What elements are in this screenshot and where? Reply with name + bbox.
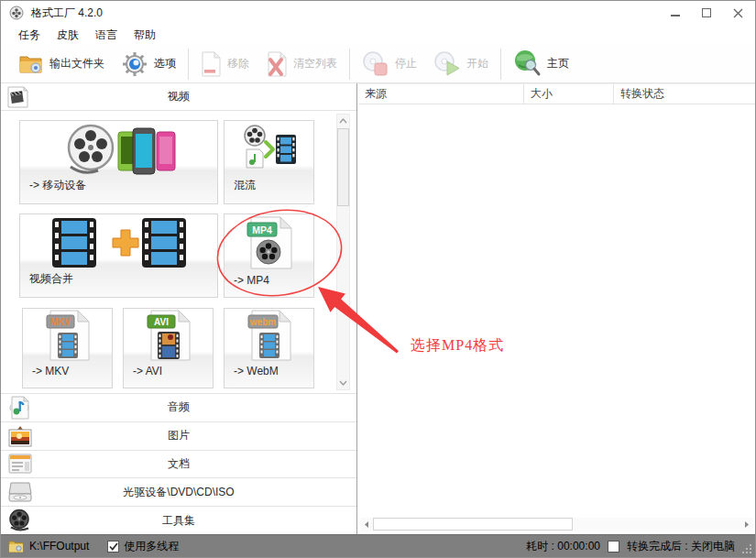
- category-document[interactable]: 文档: [1, 450, 356, 478]
- card-video-merge[interactable]: 视频合并: [19, 213, 218, 298]
- multithread-option[interactable]: 使用多线程: [107, 539, 179, 554]
- task-list-header: 来源 大小 转换状态: [358, 83, 755, 104]
- video-section-header[interactable]: 视频: [1, 83, 356, 111]
- stop-button[interactable]: 停止: [354, 48, 425, 81]
- card-avi-label: -> AVI: [133, 365, 162, 377]
- mkv-file-icon: MKV: [23, 309, 112, 362]
- menu-bar: 任务 皮肤 语言 帮助: [1, 25, 755, 45]
- home-globe-icon: [513, 49, 542, 78]
- output-path-button[interactable]: K:\FFOutput: [8, 540, 89, 553]
- clear-list-button[interactable]: 清空列表: [257, 48, 345, 81]
- card-mux-label: 混流: [234, 178, 256, 193]
- toolset-reel-icon: [8, 509, 31, 532]
- options-label: 选项: [154, 56, 176, 71]
- card-mobile-device-label: -> 移动设备: [29, 178, 86, 193]
- column-source[interactable]: 来源: [358, 83, 524, 104]
- category-toolset-label: 工具集: [1, 513, 356, 529]
- document-icon: [8, 454, 32, 474]
- card-mp4-label: -> MP4: [234, 274, 269, 287]
- avi-badge-text: AVI: [154, 317, 169, 327]
- remove-button[interactable]: 移除: [192, 48, 257, 81]
- category-audio-label: 音频: [1, 399, 356, 415]
- webm-badge-text: webm: [248, 317, 275, 327]
- toolbar-separator: [500, 49, 501, 80]
- scroll-left-button[interactable]: [360, 518, 373, 531]
- scroll-right-button[interactable]: [740, 518, 753, 531]
- card-avi[interactable]: AVI: [123, 308, 214, 388]
- chevron-right-icon: [744, 520, 750, 529]
- format-factory-window: 格式工厂 4.2.0 任务 皮肤 语言 帮助 输出文件夹: [0, 0, 756, 558]
- format-panel: 视频: [1, 83, 357, 534]
- start-label: 开始: [466, 56, 488, 71]
- video-grid-scrollbar[interactable]: [336, 114, 350, 390]
- card-mobile-device[interactable]: -> 移动设备: [19, 120, 218, 204]
- chevron-up-icon: [339, 118, 347, 124]
- chevron-down-icon: [339, 380, 347, 386]
- menu-language[interactable]: 语言: [87, 26, 126, 45]
- scrollbar-thumb[interactable]: [337, 128, 349, 206]
- menu-help[interactable]: 帮助: [126, 26, 164, 45]
- window-title: 格式工厂 4.2.0: [31, 5, 103, 21]
- close-button[interactable]: [722, 1, 753, 25]
- audio-icon: [8, 396, 30, 420]
- optical-drive-icon: [8, 482, 32, 502]
- minimize-button[interactable]: [660, 1, 691, 25]
- start-button[interactable]: 开始: [425, 48, 497, 81]
- home-label: 主页: [547, 56, 569, 71]
- toolbar: 输出文件夹 选项 移除: [1, 45, 755, 83]
- output-folder-icon: [18, 53, 44, 75]
- toolbar-separator: [349, 49, 350, 80]
- column-status[interactable]: 转换状态: [614, 83, 755, 104]
- maximize-icon: [702, 8, 711, 17]
- shutdown-checkbox[interactable]: [608, 541, 619, 553]
- column-size[interactable]: 大小: [524, 83, 614, 104]
- video-clapperboard-icon: [6, 86, 28, 108]
- folder-small-icon: [8, 540, 24, 553]
- maximize-button[interactable]: [691, 1, 722, 25]
- video-format-grid: -> 移动设备: [1, 111, 356, 393]
- category-audio[interactable]: 音频: [1, 393, 356, 421]
- card-mux[interactable]: 混流: [224, 120, 314, 204]
- mp4-file-icon: MP4: [225, 214, 313, 270]
- output-path-text: K:\FFOutput: [29, 540, 89, 553]
- resize-grip[interactable]: [742, 544, 752, 554]
- scroll-up-button[interactable]: [337, 115, 349, 127]
- video-section-label: 视频: [1, 89, 356, 104]
- hscrollbar-thumb[interactable]: [373, 518, 573, 531]
- category-optical-label: 光驱设备\DVD\CD\ISO: [1, 485, 356, 500]
- card-mkv[interactable]: MKV -> MKV: [22, 308, 113, 388]
- picture-icon: [8, 425, 32, 447]
- webm-file-icon: webm: [225, 309, 313, 362]
- minimize-icon: [671, 15, 680, 16]
- menu-skin[interactable]: 皮肤: [49, 26, 87, 45]
- toolbar-separator: [188, 49, 189, 80]
- category-toolset[interactable]: 工具集: [1, 506, 356, 534]
- stop-icon: [362, 50, 389, 77]
- scroll-down-button[interactable]: [337, 377, 349, 389]
- options-button[interactable]: 选项: [113, 48, 184, 81]
- output-folder-button[interactable]: 输出文件夹: [10, 48, 113, 81]
- category-picture-label: 图片: [1, 428, 356, 443]
- title-bar: 格式工厂 4.2.0: [1, 1, 755, 25]
- card-webm[interactable]: webm -> WebM: [224, 308, 314, 388]
- task-list-hscrollbar[interactable]: [360, 518, 753, 531]
- home-button[interactable]: 主页: [505, 48, 577, 81]
- elapsed-time-text: 耗时 : 00:00:00: [526, 539, 600, 554]
- multithread-checkbox[interactable]: [107, 541, 119, 553]
- task-list-body[interactable]: [358, 104, 755, 518]
- status-bar: K:\FFOutput 使用多线程 耗时 : 00:00:00 转换完成后 : …: [1, 534, 755, 557]
- menu-task[interactable]: 任务: [10, 26, 49, 45]
- video-merge-icon: [20, 214, 217, 270]
- remove-label: 移除: [227, 56, 249, 71]
- category-optical[interactable]: 光驱设备\DVD\CD\ISO: [1, 477, 356, 506]
- clear-list-icon: [266, 51, 288, 77]
- card-mp4[interactable]: MP4 -> MP4: [224, 213, 314, 298]
- start-icon: [433, 50, 461, 77]
- clear-list-label: 清空列表: [293, 56, 337, 71]
- remove-document-icon: [201, 51, 222, 77]
- mobile-device-icon: [20, 121, 217, 177]
- category-picture[interactable]: 图片: [1, 421, 356, 450]
- card-webm-label: -> WebM: [234, 365, 279, 377]
- shutdown-label: 转换完成后 : 关闭电脑: [627, 539, 735, 554]
- close-icon: [733, 8, 743, 18]
